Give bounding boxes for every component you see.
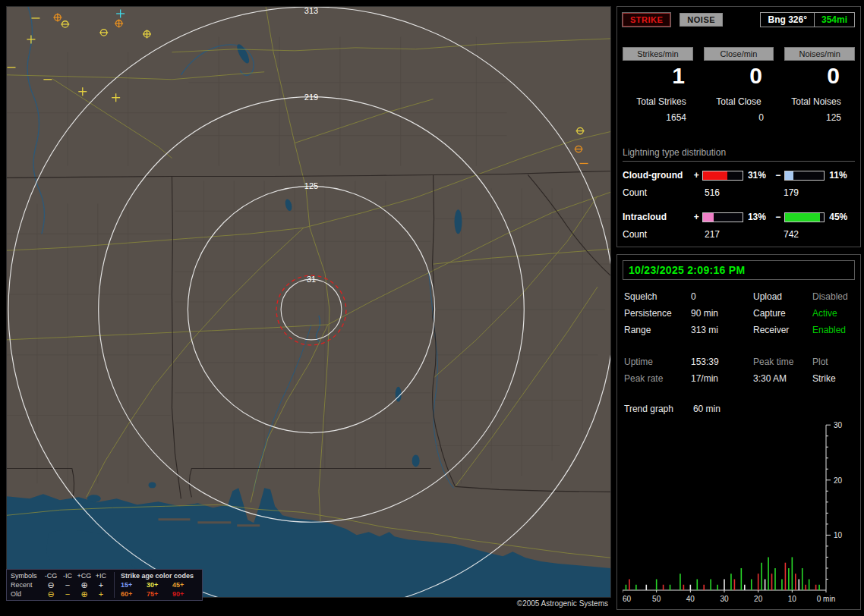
svg-text:40: 40: [686, 595, 695, 603]
ic-positive-bar: [702, 212, 743, 222]
sidebar: STRIKE NOISE Bng 326° 354mi Strikes/min …: [616, 6, 861, 610]
total-noises: Total Noises 125: [777, 96, 855, 123]
ring-label-31: 31: [307, 275, 316, 284]
status-panel: 10/23/2025 2:09:16 PM Squelch 0 Upload D…: [616, 254, 861, 610]
total-strikes: Total Strikes 1654: [623, 96, 700, 123]
cg-positive-pct: 31%: [745, 170, 774, 181]
cg-negative-bar: [784, 171, 825, 181]
squelch-value: 0: [691, 291, 753, 302]
capture-status: Active: [812, 308, 853, 319]
close-per-min-label[interactable]: Close/min: [704, 47, 774, 61]
datetime-box: 10/23/2025 2:09:16 PM: [623, 260, 855, 280]
svg-text:10: 10: [788, 595, 797, 603]
total-strikes-value: 1654: [623, 112, 700, 123]
settings-grid: Squelch 0 Upload Disabled Persistence 90…: [623, 291, 855, 335]
strikes-per-min-label[interactable]: Strikes/min: [623, 47, 693, 61]
ic-positive-pct: 13%: [745, 212, 774, 222]
intracloud-row: Intracloud + 13% − 45%: [623, 212, 855, 222]
ic-negative-pct: 45%: [826, 212, 855, 222]
ring-label-313: 313: [304, 6, 318, 15]
peak-time-value: 3:30 AM: [753, 373, 812, 384]
distribution-title: Lightning type distribution: [623, 147, 855, 162]
minus-sign: −: [774, 212, 783, 222]
trend-graph-label: Trend graph: [624, 404, 673, 414]
receiver-label: Receiver: [753, 325, 812, 335]
plot-value: Strike: [812, 373, 853, 384]
plot-label: Plot: [812, 357, 853, 367]
persistence-value: 90 min: [691, 308, 753, 319]
minus-sign: −: [774, 170, 783, 181]
cloud-ground-count-row: Count 516 179: [623, 187, 855, 198]
svg-text:10: 10: [834, 531, 843, 539]
svg-text:30: 30: [720, 595, 729, 603]
plus-sign: +: [692, 170, 701, 181]
uptime-value: 153:39: [691, 357, 753, 367]
total-close: Total Close 0: [700, 96, 777, 123]
uptime-grid: Uptime 153:39 Peak time Plot Peak rate 1…: [623, 357, 855, 384]
peak-time-label: Peak time: [753, 357, 812, 367]
intracloud-label: Intracloud: [623, 212, 692, 222]
svg-text:50: 50: [652, 595, 661, 603]
svg-text:30: 30: [834, 421, 843, 429]
strike-button[interactable]: STRIKE: [623, 13, 670, 27]
noises-per-min-label[interactable]: Noises/min: [784, 47, 855, 61]
count-label: Count: [623, 229, 703, 240]
svg-text:20: 20: [754, 595, 763, 603]
upload-label: Upload: [753, 291, 812, 302]
cg-positive-count: 516: [703, 187, 784, 198]
datetime-value: 10/23/2025 2:09:16 PM: [629, 264, 745, 276]
noises-per-min-value: 0: [777, 63, 855, 89]
cg-negative-count: 179: [784, 187, 799, 198]
noise-button[interactable]: NOISE: [680, 13, 723, 27]
range-value: 313 mi: [691, 325, 753, 335]
svg-text:60: 60: [623, 595, 632, 603]
lightning-detector-app: 313 219 125 31 Symbols-CG-IC+CG+ICRecent…: [0, 0, 864, 616]
strikes-per-min-value: 1: [623, 63, 700, 89]
stats-panel: STRIKE NOISE Bng 326° 354mi Strikes/min …: [616, 6, 861, 247]
range-label: Range: [624, 325, 691, 335]
persistence-label: Persistence: [624, 308, 691, 319]
close-per-min-value: 0: [700, 63, 777, 89]
legend-age-colors-table: Strike age color codes15+30+45+60+75+90+: [115, 572, 198, 598]
uptime-label: Uptime: [624, 357, 691, 367]
peak-rate-label: Peak rate: [624, 373, 691, 384]
cg-negative-pct: 11%: [826, 170, 855, 181]
ic-negative-count: 742: [784, 229, 799, 240]
cloud-ground-label: Cloud-ground: [623, 170, 692, 181]
total-close-value: 0: [700, 112, 777, 123]
legend-symbols-table: Symbols-CG-IC+CG+ICRecent⊖−⊕+Old⊖−⊕+: [11, 572, 115, 598]
ring-label-125: 125: [304, 181, 318, 190]
cloud-ground-row: Cloud-ground + 31% − 11%: [623, 170, 855, 181]
plus-sign: +: [692, 212, 701, 222]
receiver-status: Enabled: [812, 325, 853, 335]
cg-positive-bar: [702, 171, 743, 181]
intracloud-count-row: Count 217 742: [623, 229, 855, 240]
trend-graph: 1020306050403020100 min: [623, 417, 856, 607]
peak-rate-value: 17/min: [691, 373, 753, 384]
upload-status: Disabled: [812, 291, 853, 302]
capture-label: Capture: [753, 308, 812, 319]
strike-map[interactable]: 313 219 125 31: [6, 6, 611, 598]
map-legend: Symbols-CG-IC+CG+ICRecent⊖−⊕+Old⊖−⊕+ Str…: [6, 569, 203, 601]
bearing-box: Bng 326° 354mi: [760, 12, 855, 27]
ring-label-219: 219: [304, 93, 318, 102]
squelch-label: Squelch: [624, 291, 691, 302]
trend-graph-window: 60 min: [693, 404, 721, 414]
map-column: 313 219 125 31 Symbols-CG-IC+CG+ICRecent…: [6, 6, 611, 611]
svg-text:0 min: 0 min: [817, 595, 835, 603]
ic-positive-count: 217: [703, 229, 784, 240]
svg-text:20: 20: [834, 476, 843, 485]
count-label: Count: [623, 187, 703, 198]
ic-negative-bar: [784, 212, 825, 222]
trend-header: Trend graph 60 min: [624, 404, 853, 414]
bearing-value: Bng 326°: [761, 13, 813, 27]
distance-value: 354mi: [814, 13, 854, 27]
total-noises-value: 125: [777, 112, 855, 123]
